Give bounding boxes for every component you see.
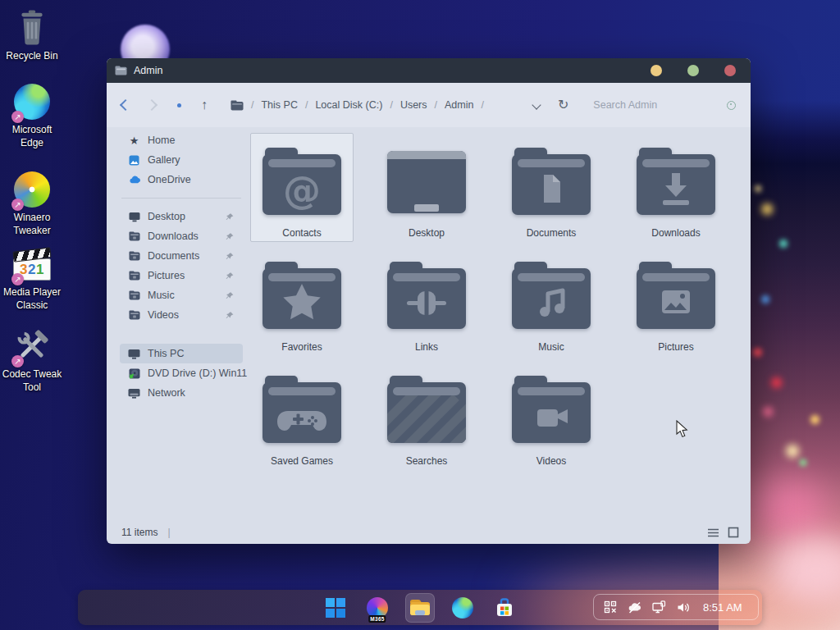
breadcrumb-this-pc[interactable]: This PC bbox=[261, 99, 297, 111]
pin-icon bbox=[226, 252, 235, 261]
sidebar: ★ Home Gallery OneDrive Desktop bbox=[120, 130, 243, 403]
taskbar-app-file-explorer[interactable] bbox=[405, 593, 435, 623]
volume-icon[interactable] bbox=[677, 601, 691, 614]
search-input[interactable] bbox=[591, 98, 718, 112]
folder-item-documents[interactable]: Documents bbox=[500, 133, 603, 242]
desktop-icon-winaero-tweaker[interactable]: ↗ Winaero Tweaker bbox=[0, 171, 64, 237]
desktop-monitor-icon bbox=[386, 146, 468, 217]
desktop-icon-media-player-classic[interactable]: 3 2 1 ↗ Media Player Classic bbox=[0, 249, 64, 312]
sidebar-label: Home bbox=[148, 135, 175, 146]
maximize-button[interactable] bbox=[687, 65, 699, 76]
striped-folder-icon bbox=[386, 374, 468, 445]
cloud-offline-icon[interactable] bbox=[628, 601, 641, 614]
tree-light bbox=[810, 415, 819, 424]
display-network-icon[interactable] bbox=[652, 600, 666, 614]
breadcrumb-admin[interactable]: Admin bbox=[445, 99, 473, 111]
list-view-button[interactable] bbox=[707, 527, 719, 538]
tree-light bbox=[779, 240, 788, 248]
sidebar-label: Desktop bbox=[148, 211, 185, 222]
monitor-icon bbox=[129, 212, 140, 222]
start-button[interactable] bbox=[322, 594, 349, 622]
items-count: 11 items bbox=[121, 527, 158, 538]
folder-item-searches[interactable]: Searches bbox=[375, 361, 478, 470]
tree-light bbox=[786, 445, 799, 458]
desktop-icon-codec-tweak-tool[interactable]: ↗ Codec Tweak Tool bbox=[0, 328, 64, 394]
folder-icon bbox=[129, 271, 140, 281]
shortcut-arrow-icon: ↗ bbox=[11, 355, 24, 368]
address-folder-icon bbox=[231, 100, 244, 111]
tree-light bbox=[753, 348, 762, 357]
taskbar-app-microsoft-store[interactable] bbox=[491, 594, 518, 622]
sidebar-label: Downloads bbox=[148, 231, 199, 242]
sidebar-item-pictures[interactable]: Pictures bbox=[120, 266, 243, 285]
sidebar-label: Network bbox=[148, 387, 185, 399]
sidebar-label: Documents bbox=[148, 250, 199, 262]
folder-item-links[interactable]: Links bbox=[375, 247, 478, 356]
recent-locations-button[interactable] bbox=[177, 103, 181, 107]
folder-item-music[interactable]: Music bbox=[500, 247, 603, 356]
refresh-button[interactable]: ↻ bbox=[558, 98, 568, 112]
taskbar-app-edge[interactable] bbox=[449, 594, 477, 622]
sidebar-label: Videos bbox=[148, 309, 179, 321]
tree-light bbox=[755, 185, 761, 192]
pin-icon bbox=[226, 291, 235, 300]
folder-item-downloads[interactable]: Downloads bbox=[624, 133, 728, 242]
close-button[interactable] bbox=[724, 65, 736, 76]
sidebar-divider bbox=[121, 198, 241, 199]
recycle-bin-icon bbox=[16, 10, 48, 46]
breadcrumb: / This PC / Local Disk (C:) / Users / Ad… bbox=[251, 99, 484, 111]
sidebar-item-gallery[interactable]: Gallery bbox=[120, 150, 243, 170]
folder-item-desktop[interactable]: Desktop bbox=[375, 133, 478, 242]
folder-item-saved-games[interactable]: Saved Games bbox=[250, 361, 354, 470]
gallery-icon bbox=[129, 155, 139, 166]
status-separator: | bbox=[167, 527, 170, 538]
shortcut-arrow-icon: ↗ bbox=[11, 273, 24, 285]
tree-light bbox=[761, 203, 773, 215]
sidebar-label: Gallery bbox=[148, 154, 180, 166]
folder-label: Saved Games bbox=[271, 455, 333, 467]
sidebar-item-this-pc[interactable]: This PC bbox=[120, 344, 243, 363]
sidebar-item-documents[interactable]: Documents bbox=[120, 246, 243, 266]
folder-item-pictures[interactable]: Pictures bbox=[624, 247, 728, 356]
m365-badge: M365 bbox=[368, 615, 386, 623]
breadcrumb-users[interactable]: Users bbox=[400, 99, 427, 111]
system-tray[interactable]: 8:51 AM bbox=[593, 594, 759, 620]
taskbar-clock[interactable]: 8:51 AM bbox=[703, 601, 742, 614]
desktop-icon-label: Microsoft Edge bbox=[0, 124, 64, 149]
search-status-icon[interactable] bbox=[727, 101, 736, 110]
sidebar-item-downloads[interactable]: Downloads bbox=[120, 226, 243, 246]
desktop-icon-recycle-bin[interactable]: Recycle Bin bbox=[0, 10, 64, 63]
desktop-icon-label: Recycle Bin bbox=[0, 50, 64, 63]
back-button[interactable] bbox=[120, 99, 131, 111]
folder-item-contacts[interactable]: @ Contacts bbox=[250, 133, 354, 242]
address-dropdown-chevron-icon[interactable] bbox=[532, 100, 541, 109]
folder-item-favorites[interactable]: Favorites bbox=[250, 247, 354, 356]
sidebar-item-music[interactable]: Music bbox=[120, 285, 243, 305]
forward-button[interactable] bbox=[146, 99, 158, 111]
edge-icon bbox=[452, 597, 473, 619]
up-button[interactable]: ↑ bbox=[201, 98, 208, 112]
breadcrumb-local-disk[interactable]: Local Disk (C:) bbox=[315, 99, 382, 111]
qr-grid-icon[interactable] bbox=[604, 600, 617, 614]
gamepad-folder-icon bbox=[261, 374, 343, 445]
folder-label: Favorites bbox=[281, 341, 322, 353]
sidebar-item-network[interactable]: Network bbox=[120, 383, 243, 403]
minimize-button[interactable] bbox=[651, 65, 662, 76]
star-icon: ★ bbox=[128, 135, 140, 146]
taskbar-app-m365-copilot[interactable]: M365 bbox=[363, 594, 391, 622]
sidebar-label: OneDrive bbox=[148, 174, 191, 185]
sidebar-item-dvd-drive[interactable]: DVD Drive (D:) Win11 bbox=[120, 363, 243, 383]
sidebar-item-home[interactable]: ★ Home bbox=[120, 130, 243, 150]
sidebar-item-onedrive[interactable]: OneDrive bbox=[120, 170, 243, 189]
onedrive-cloud-icon bbox=[129, 176, 140, 184]
pin-icon bbox=[226, 272, 235, 281]
desktop-icon-microsoft-edge[interactable]: ↗ Microsoft Edge bbox=[0, 83, 64, 149]
breadcrumb-separator: / bbox=[435, 99, 437, 111]
sidebar-item-videos[interactable]: Videos bbox=[120, 305, 243, 325]
folder-item-videos[interactable]: Videos bbox=[500, 361, 603, 470]
file-explorer-icon bbox=[409, 597, 431, 618]
sidebar-item-desktop[interactable]: Desktop bbox=[120, 207, 243, 226]
titlebar[interactable]: Admin bbox=[107, 58, 751, 83]
folder-icon bbox=[129, 310, 140, 320]
icon-view-button[interactable] bbox=[728, 527, 739, 538]
